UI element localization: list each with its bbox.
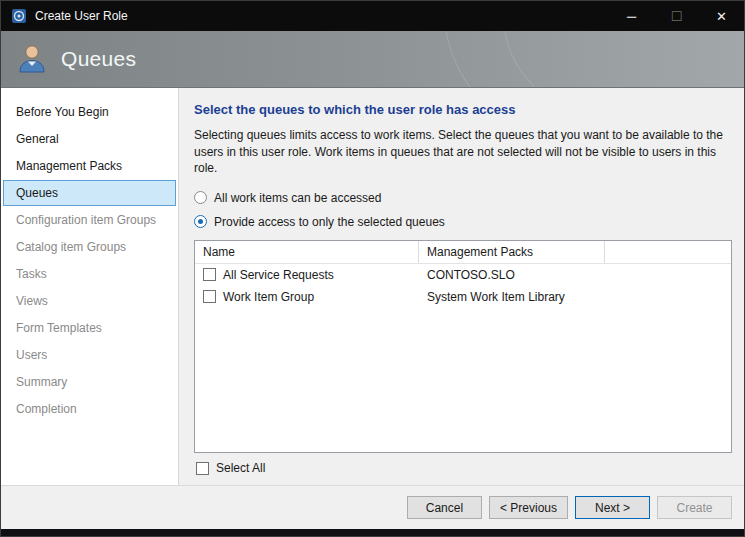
select-all-row[interactable]: Select All (196, 461, 732, 475)
sidebar-item-management-packs[interactable]: Management Packs (3, 153, 176, 179)
radio-label: Provide access to only the selected queu… (214, 215, 445, 229)
wizard-banner: Queues (1, 31, 744, 88)
window-title: Create User Role (35, 9, 128, 23)
table-row[interactable]: Work Item Group System Work Item Library (195, 286, 731, 308)
sidebar-item-form-templates[interactable]: Form Templates (3, 315, 176, 341)
sidebar-item-before-you-begin[interactable]: Before You Begin (3, 99, 176, 125)
section-description: Selecting queues limits access to work i… (194, 127, 732, 177)
select-all-label: Select All (216, 461, 265, 475)
minimize-icon[interactable]: ─ (609, 1, 654, 31)
close-icon[interactable]: ✕ (699, 1, 744, 31)
radio-icon-checked[interactable] (194, 215, 207, 228)
sidebar-item-summary[interactable]: Summary (3, 369, 176, 395)
page-title: Queues (61, 47, 136, 71)
sidebar-item-users[interactable]: Users (3, 342, 176, 368)
sidebar-item-general[interactable]: General (3, 126, 176, 152)
table-row[interactable]: All Service Requests CONTOSO.SLO (195, 264, 731, 286)
window-controls: ─ ☐ ✕ (609, 1, 744, 31)
radio-icon[interactable] (194, 191, 207, 204)
sidebar-item-completion[interactable]: Completion (3, 396, 176, 422)
row-checkbox[interactable] (203, 290, 216, 303)
queue-management-pack: CONTOSO.SLO (427, 268, 515, 282)
select-all-checkbox[interactable] (196, 462, 209, 475)
radio-label: All work items can be accessed (214, 191, 381, 205)
wizard-footer: Cancel < Previous Next > Create (1, 485, 744, 529)
wizard-body: Before You Begin General Management Pack… (1, 88, 744, 485)
table-header: Name Management Packs (195, 241, 731, 264)
radio-selected-queues[interactable]: Provide access to only the selected queu… (194, 215, 732, 229)
decorative-arc (504, 31, 744, 88)
section-heading: Select the queues to which the user role… (194, 102, 732, 117)
queue-name: All Service Requests (223, 268, 334, 282)
queues-page-content: Select the queues to which the user role… (179, 88, 744, 485)
cancel-button[interactable]: Cancel (407, 496, 482, 519)
sidebar-item-queues[interactable]: Queues (3, 180, 176, 206)
sidebar-item-catalog-item-groups[interactable]: Catalog item Groups (3, 234, 176, 260)
previous-button[interactable]: < Previous (489, 496, 568, 519)
queue-management-pack: System Work Item Library (427, 290, 565, 304)
maximize-icon: ☐ (654, 1, 699, 31)
sidebar-item-tasks[interactable]: Tasks (3, 261, 176, 287)
create-button: Create (657, 496, 732, 519)
wizard-steps-sidebar: Before You Begin General Management Pack… (1, 88, 179, 485)
decorative-arc (444, 31, 744, 88)
column-header-management-packs[interactable]: Management Packs (419, 241, 605, 263)
queues-table: Name Management Packs All Service Reques… (194, 240, 732, 453)
radio-all-work-items[interactable]: All work items can be accessed (194, 191, 732, 205)
row-checkbox[interactable] (203, 268, 216, 281)
next-button[interactable]: Next > (575, 496, 650, 519)
sidebar-item-views[interactable]: Views (3, 288, 176, 314)
titlebar: Create User Role ─ ☐ ✕ (1, 1, 744, 31)
app-icon (11, 8, 27, 24)
sidebar-item-configuration-item-groups[interactable]: Configuration item Groups (3, 207, 176, 233)
window-bottom-edge (1, 529, 744, 536)
user-role-icon (15, 42, 49, 76)
column-header-name[interactable]: Name (195, 241, 419, 263)
queue-name: Work Item Group (223, 290, 314, 304)
column-header-empty (605, 241, 731, 263)
create-user-role-window: Create User Role ─ ☐ ✕ Queues Before You… (0, 0, 745, 537)
